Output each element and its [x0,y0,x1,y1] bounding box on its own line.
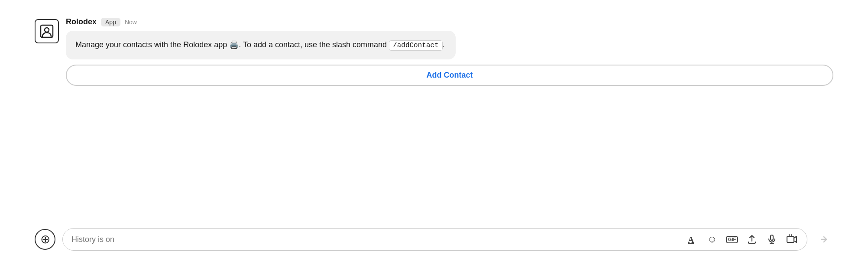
message-input-wrapper: A ☺ GIF [62,228,807,251]
svg-text:A: A [688,235,694,245]
add-button[interactable]: ⊕ [35,229,55,250]
plus-icon: ⊕ [40,233,50,245]
message-row: Rolodex App Now Manage your contacts wit… [35,17,833,86]
gif-icon[interactable]: GIF [725,233,738,246]
svg-rect-7 [787,236,794,242]
svg-point-1 [45,28,49,32]
app-badge: App [101,18,120,26]
emoji-icon[interactable]: ☺ [706,233,719,246]
microphone-icon[interactable] [765,233,778,246]
upload-icon[interactable] [745,233,758,246]
toolbar-icons: A ☺ GIF [686,233,798,246]
format-text-icon[interactable]: A [686,233,699,246]
message-text-part2: . To add a contact, use the slash comman… [239,40,389,49]
timestamp: Now [125,19,137,26]
gif-label: GIF [726,236,738,243]
slash-command-code: /addContact [389,40,443,51]
chat-area: Rolodex App Now Manage your contacts wit… [0,9,868,219]
message-content: Rolodex App Now Manage your contacts wit… [66,17,833,86]
message-text-part1: Manage your contacts with the Rolodex ap… [75,40,229,49]
add-contact-button[interactable]: Add Contact [66,65,833,86]
message-text-part3: . [443,40,445,49]
sender-name: Rolodex [66,17,97,26]
video-icon[interactable] [785,233,798,246]
rolodex-emoji: 🖨️ [229,40,239,49]
svg-rect-4 [771,235,773,240]
message-bubble: Manage your contacts with the Rolodex ap… [66,31,456,59]
avatar [35,19,59,43]
message-input[interactable] [71,235,680,244]
input-area: ⊕ A ☺ GIF [0,219,868,259]
send-button[interactable] [814,230,833,249]
message-header: Rolodex App Now [66,17,833,26]
